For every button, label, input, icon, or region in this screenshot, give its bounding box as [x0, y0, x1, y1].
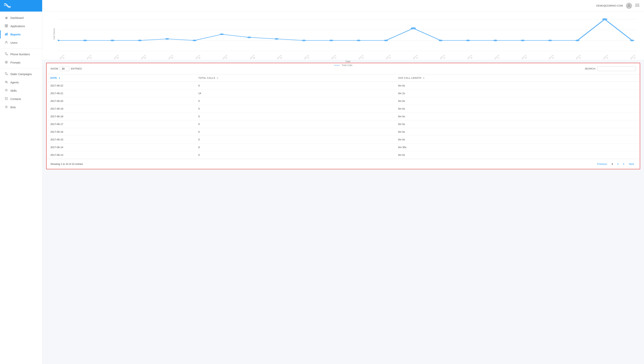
hamburger-menu-icon[interactable] [635, 4, 640, 8]
svg-rect-1 [6, 25, 8, 26]
x-axis-label: 2017-06-03 [113, 55, 121, 60]
sidebar-item-contacts[interactable]: Contacts [0, 95, 42, 103]
svg-point-38 [247, 37, 251, 38]
svg-rect-15 [6, 106, 7, 108]
table-row: 2017-06-18 0 0m 0s [46, 113, 640, 120]
sidebar-item-bots[interactable]: Bots [0, 103, 42, 111]
svg-point-47 [493, 40, 498, 41]
next-button[interactable]: Next [627, 162, 636, 166]
sidebar-item-users[interactable]: Users [0, 39, 42, 47]
nav-divider [0, 48, 42, 49]
page-3[interactable]: 3 [621, 162, 626, 166]
x-axis-label: 2017-06-22 [630, 55, 636, 60]
sidebar-item-prompts[interactable]: Prompts [0, 58, 42, 67]
sidebar-item-label: Dialer Campaigns [10, 73, 32, 76]
sidebar-item-label: Prompts [10, 61, 20, 64]
svg-point-20 [628, 5, 630, 6]
cell-total-calls: 0 [194, 120, 394, 128]
dialer-campaigns-icon [4, 72, 8, 76]
sidebar-item-reports[interactable]: Reports [0, 30, 42, 39]
svg-point-39 [274, 38, 279, 40]
x-axis-label: 2017-06-06 [195, 55, 203, 60]
svg-rect-5 [6, 33, 6, 36]
col-date[interactable]: DATE ▼ [46, 74, 194, 82]
x-axis-label: 2017-06-18 [521, 55, 529, 60]
svg-rect-4 [5, 34, 6, 36]
sidebar-item-label: Users [10, 41, 18, 44]
cell-date: 2017-06-21 [46, 90, 194, 97]
cell-date: 2017-06-22 [46, 82, 194, 90]
x-axis-label: 2017-06-07 [222, 55, 230, 60]
cell-total-calls: 0 [194, 128, 394, 136]
show-entries-control: SHOW ENTRIES [50, 66, 82, 71]
sidebar-item-label: Contacts [10, 98, 21, 101]
sidebar-item-label: Skills [10, 89, 17, 92]
chart-x-label: Date [58, 60, 638, 63]
x-axis-label: 2017-06-15 [440, 55, 448, 60]
cell-date: 2017-06-17 [46, 120, 194, 128]
x-axis-label: 2017-06-13 [385, 55, 393, 60]
x-axis-label: 2017-06-09 [276, 55, 284, 60]
svg-point-8 [5, 61, 8, 63]
main-content: 10 5 0 [42, 12, 644, 364]
x-axis-label: 2017-06-10 [304, 55, 312, 60]
table-footer: Showing 1 to 10 of 22 entries Previous 1… [46, 159, 640, 169]
cell-total-calls: 0 [194, 97, 394, 105]
svg-point-49 [548, 40, 552, 41]
svg-point-32 [83, 40, 87, 41]
sidebar-item-dialer-campaigns[interactable]: Dialer Campaigns [0, 70, 42, 78]
sort-inactive-icon-2: ⇅ [423, 77, 424, 79]
x-axis-label: 2017-06-05 [168, 55, 176, 60]
sidebar-item-label: Phone Numbers [10, 53, 30, 56]
svg-rect-6 [7, 33, 8, 36]
svg-point-34 [138, 40, 142, 41]
sidebar-item-label: Bots [10, 106, 16, 109]
svg-rect-0 [5, 25, 6, 26]
svg-point-35 [165, 38, 169, 40]
main-area: DEMO@ZOMNIO.COM 10 5 [42, 0, 644, 364]
sidebar-item-label: Applications [10, 25, 25, 28]
cell-date: 2017-06-15 [46, 136, 194, 144]
table-row: 2017-06-16 0 0m 0s [46, 128, 640, 136]
x-axis-label: 2017-06-04 [140, 55, 148, 60]
svg-point-31 [58, 40, 60, 41]
table-row: 2017-06-15 0 0m 0s [46, 136, 640, 144]
page-2[interactable]: 2 [616, 162, 620, 166]
svg-point-9 [6, 62, 7, 63]
sidebar-item-skills[interactable]: Skills [0, 87, 42, 95]
x-axis-label: 2017-06-20 [575, 55, 583, 60]
cell-total-calls: 0 [194, 113, 394, 120]
page-1[interactable]: 1 [610, 162, 614, 166]
col-avg-call-length[interactable]: AVG CALL LENGTH ⇅ [394, 74, 640, 82]
cell-avg-call-length: 0m 0s [394, 105, 640, 113]
svg-point-46 [466, 40, 470, 41]
sidebar-item-label: Reports [10, 33, 20, 36]
logo-area [0, 0, 42, 12]
col-total-calls[interactable]: TOTAL CALLS ⇅ [194, 74, 394, 82]
entries-input[interactable] [60, 66, 69, 71]
search-input[interactable] [598, 66, 636, 71]
pagination: Previous 1 2 3 Next [595, 162, 636, 166]
cell-avg-call-length: 0m 0s [394, 120, 640, 128]
svg-point-36 [192, 40, 197, 41]
bots-icon [4, 105, 8, 109]
sidebar-item-agents[interactable]: Agents [0, 78, 42, 87]
cell-date: 2017-06-14 [46, 144, 194, 151]
sidebar-item-dashboard[interactable]: ⊞ Dashboard [0, 14, 42, 22]
sidebar-item-applications[interactable]: Applications [0, 22, 42, 30]
x-axis-label: 2017-06-01 [59, 55, 67, 60]
svg-point-44 [411, 27, 416, 29]
user-avatar[interactable] [626, 3, 632, 9]
data-table-section: SHOW ENTRIES SEARCH: DATE ▼ [46, 63, 640, 169]
sidebar-item-phone-numbers[interactable]: Phone Numbers [0, 50, 42, 58]
x-axis-label: 2017-06-19 [548, 55, 556, 60]
prev-button[interactable]: Previous [595, 162, 609, 166]
x-axis-label: 2017-06-12 [358, 55, 366, 60]
chart-y-label: Call Volume [53, 28, 55, 40]
table-header: DATE ▼ TOTAL CALLS ⇅ AVG CALL LENGTH ⇅ [46, 74, 640, 82]
cell-avg-call-length: 0m 0s [394, 113, 640, 120]
svg-rect-12 [5, 98, 8, 100]
table-row: 2017-06-22 0 0m 0s [46, 82, 640, 90]
svg-point-41 [329, 40, 333, 41]
svg-point-40 [302, 40, 306, 41]
